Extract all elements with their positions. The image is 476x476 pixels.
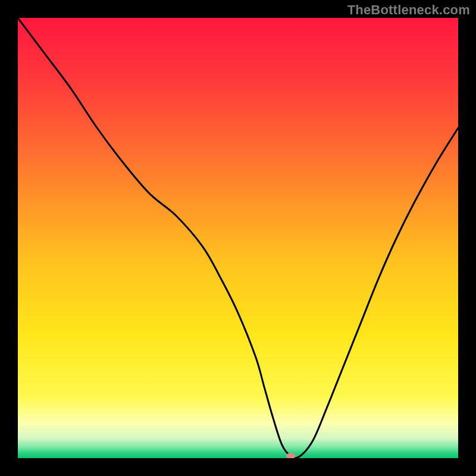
gradient-background xyxy=(18,18,458,458)
chart-svg xyxy=(18,18,458,458)
chart-frame: TheBottleneck.com xyxy=(0,0,476,476)
watermark-text: TheBottleneck.com xyxy=(347,2,470,18)
plot-area xyxy=(18,18,458,458)
